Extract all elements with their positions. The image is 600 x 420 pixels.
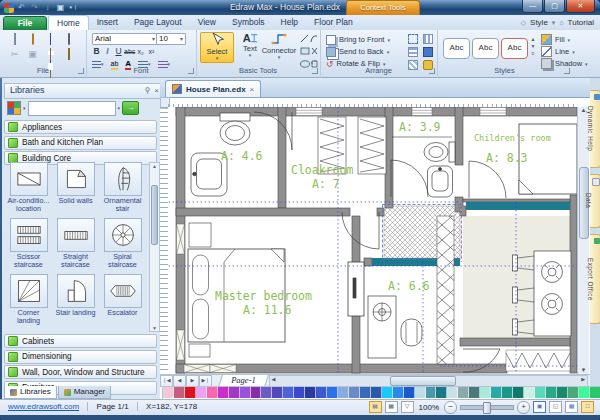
color-swatch[interactable] [579, 387, 590, 398]
paste-icon[interactable] [44, 48, 57, 61]
color-swatch[interactable] [185, 387, 196, 398]
italic-button[interactable]: I [102, 46, 113, 57]
minimize-button[interactable]: — [522, 0, 543, 13]
zoom-slider[interactable] [460, 405, 514, 410]
search-dropdown-icon[interactable]: ▾ [118, 106, 121, 110]
dining-furniture[interactable] [368, 296, 422, 358]
close-document-icon[interactable]: × [250, 85, 255, 94]
color-swatch[interactable] [338, 387, 349, 398]
color-swatch[interactable] [568, 387, 579, 398]
color-swatch[interactable] [535, 387, 546, 398]
color-swatch[interactable] [393, 387, 404, 398]
download-icon[interactable]: ↓ [42, 2, 53, 13]
open-folder-icon[interactable] [26, 33, 39, 46]
strikethrough-button[interactable]: abc [124, 46, 135, 57]
ribbon-tab[interactable]: Home [48, 15, 89, 30]
color-swatch[interactable] [382, 387, 393, 398]
scrollbar-thumb[interactable] [390, 376, 455, 386]
fill-button[interactable]: Fill▾ [541, 34, 570, 45]
full-screen-button[interactable]: □ [581, 401, 594, 413]
style-dropdown-icon[interactable]: ▾ [552, 19, 556, 27]
line-button[interactable]: Line▾ [541, 46, 575, 57]
ribbon-tab[interactable]: Help [273, 15, 306, 30]
color-swatch[interactable] [469, 387, 480, 398]
subscript-button[interactable]: x₂ [135, 46, 146, 57]
bathroom2-fixtures[interactable] [392, 137, 455, 197]
symbol-grid-scrollbar[interactable]: ▲▼ [149, 162, 160, 332]
center-icon[interactable] [423, 47, 433, 57]
redo-button[interactable]: ↷ [29, 2, 40, 13]
color-swatch[interactable] [415, 387, 426, 398]
font-size-select[interactable]: 10▾ [156, 33, 186, 45]
color-swatch[interactable] [196, 387, 207, 398]
symbol-ornamental-stair[interactable]: Ornamental stair [100, 162, 145, 216]
zoom-in-button[interactable]: + [517, 401, 530, 414]
dialog-launcher-icon[interactable] [564, 68, 570, 74]
color-swatch[interactable] [524, 387, 535, 398]
qat-dropdown-icon[interactable]: ▾ ❘ [68, 2, 79, 13]
fit-page-button[interactable]: ▣ [533, 401, 546, 413]
group-shapes-icon[interactable] [408, 34, 418, 44]
dialog-launcher-icon[interactable] [188, 68, 194, 74]
grid-view-button[interactable]: ▦ [565, 401, 578, 413]
select-tool-button[interactable]: Select▾ [200, 32, 234, 63]
tab-libraries[interactable]: Libraries [4, 386, 57, 399]
ribbon-tab[interactable]: Floor Plan [306, 15, 361, 30]
color-swatch[interactable] [305, 387, 316, 398]
library-palette-icon[interactable] [7, 101, 21, 115]
color-swatch[interactable] [272, 387, 283, 398]
ribbon-tab[interactable]: Page Layout [126, 15, 190, 30]
color-swatch[interactable] [436, 387, 447, 398]
tutorial-button[interactable]: Tutorial [568, 18, 594, 27]
symbol-scissor-staircase[interactable]: Scissor staircase [6, 218, 51, 272]
color-swatch[interactable] [546, 387, 557, 398]
maximize-button[interactable]: ▢ [544, 0, 565, 13]
website-link[interactable]: www.edrawsoft.com [8, 402, 79, 411]
color-swatch[interactable] [283, 387, 294, 398]
cut-icon[interactable]: ✂ [8, 48, 21, 61]
fit-width-button[interactable]: ◱ [549, 401, 562, 413]
panel-close-icon[interactable]: × [154, 84, 159, 97]
style-preview-red[interactable]: Abc [501, 38, 528, 59]
bold-button[interactable]: B [91, 46, 102, 57]
tab-export-office[interactable]: Export Office [590, 234, 600, 324]
context-tools-tab[interactable]: Context Tools [346, 0, 420, 16]
color-swatch[interactable] [557, 387, 568, 398]
color-swatch[interactable] [513, 387, 524, 398]
ribbon-tab[interactable]: View [190, 15, 224, 30]
format-painter-icon[interactable] [62, 48, 75, 61]
color-swatch[interactable] [261, 387, 272, 398]
page-view-button[interactable]: ▦ [385, 401, 398, 413]
align-shapes-icon[interactable] [408, 47, 418, 57]
ribbon-tab[interactable]: Insert [89, 15, 126, 30]
connector-tool-button[interactable]: Connector▾ [258, 32, 300, 61]
symbol-corner-landing[interactable]: Corner landing [6, 274, 51, 328]
color-swatch[interactable] [251, 387, 262, 398]
library-group-bar[interactable]: Cabinets [4, 334, 157, 348]
color-swatch[interactable] [447, 387, 458, 398]
color-swatch[interactable] [316, 387, 327, 398]
close-button[interactable]: ✕ [566, 0, 595, 13]
symbol-straight-staircase[interactable]: Straight staircase [53, 218, 98, 272]
preview-icon[interactable]: ▣ [55, 2, 66, 13]
library-group-bar[interactable]: Bath and Kitchen Plan [4, 136, 157, 150]
color-swatch[interactable] [502, 387, 513, 398]
color-swatch[interactable] [371, 387, 382, 398]
color-swatch[interactable] [360, 387, 371, 398]
normal-view-button[interactable]: ▤ [369, 401, 382, 413]
dialog-launcher-icon[interactable] [78, 68, 84, 74]
zoom-slider-thumb[interactable] [483, 402, 491, 414]
color-swatch[interactable] [426, 387, 437, 398]
color-swatch[interactable] [240, 387, 251, 398]
symbol-air-condition-location[interactable]: Air-conditio... location [6, 162, 51, 216]
symbol-spiral-staircase[interactable]: Spiral staircase [100, 218, 145, 272]
library-group-bar[interactable]: Dimensioning [4, 350, 157, 364]
color-swatch[interactable] [218, 387, 229, 398]
color-swatch[interactable] [480, 387, 491, 398]
panel-pin-icon[interactable]: ⚲ [144, 84, 150, 97]
undo-button[interactable]: ↶ [16, 2, 27, 13]
style-button[interactable]: Style [530, 18, 548, 27]
print-icon[interactable] [62, 33, 75, 46]
copy-icon[interactable]: ▣ [26, 48, 39, 61]
tab-data[interactable]: Data [590, 174, 600, 228]
